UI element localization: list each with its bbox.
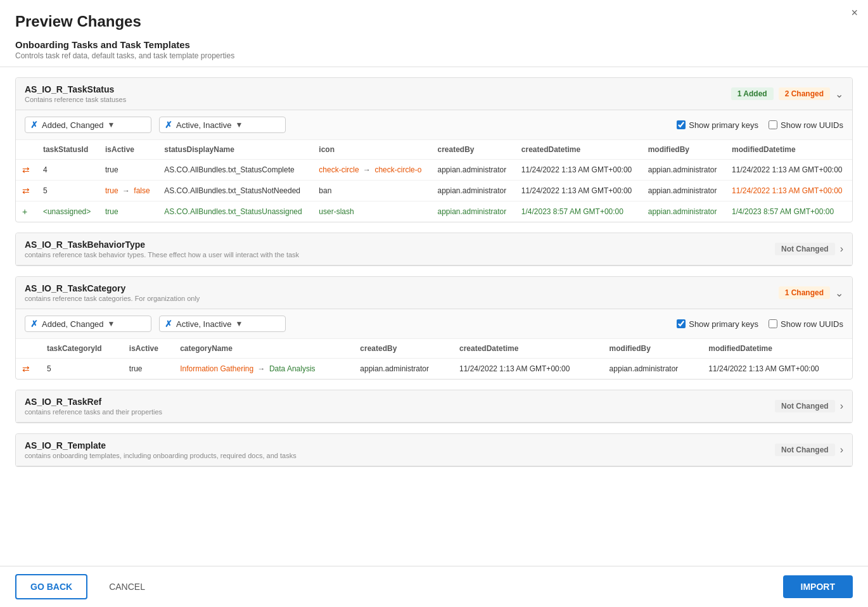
chevron-template[interactable]: › xyxy=(840,444,843,456)
cell-modifiedDatetime: 11/24/2022 1:13 AM GMT+00:00 xyxy=(725,160,852,181)
th-modifiedBy: modifiedBy xyxy=(642,140,725,160)
section-task-behavior-header[interactable]: AS_IO_R_TaskBehaviorType contains refere… xyxy=(16,233,852,265)
section-task-behavior: AS_IO_R_TaskBehaviorType contains refere… xyxy=(15,233,853,266)
close-button[interactable]: × xyxy=(851,6,858,20)
show-row-uuids-label-cat[interactable]: Show row UUIDs xyxy=(769,319,843,329)
cell-statusDisplayName: AS.CO.AllBundles.txt_StatusUnassigned xyxy=(158,201,312,222)
cell-isActive: true → false xyxy=(99,181,158,201)
filter-status-type-value: Added, Changed xyxy=(42,120,104,130)
cell-createdBy-cat: appian.administrator xyxy=(354,359,453,380)
badge-changed-task-status: 2 Changed xyxy=(779,87,830,100)
dropdown-arrow-active-type[interactable]: ▼ xyxy=(235,120,243,129)
clear-filter-status-type[interactable]: ✗ xyxy=(30,120,38,130)
badge-not-changed-task-behavior: Not Changed xyxy=(775,243,835,255)
section-template-header[interactable]: AS_IO_R_Template contains onboarding tem… xyxy=(16,434,852,466)
section-task-category: AS_IO_R_TaskCategory contains reference … xyxy=(15,276,853,380)
content-area: AS_IO_R_TaskStatus Contains reference ta… xyxy=(0,67,868,566)
chevron-task-category[interactable]: ⌄ xyxy=(835,287,843,299)
th-taskStatusId: taskStatusId xyxy=(37,140,99,160)
th-taskCategoryId: taskCategoryId xyxy=(41,339,123,359)
cell-modifiedDatetime: 1/4/2023 8:57 AM GMT+00:00 xyxy=(725,201,852,222)
show-row-uuids-label[interactable]: Show row UUIDs xyxy=(769,120,843,130)
modal-container: × Preview Changes Onboarding Tasks and T… xyxy=(0,0,868,607)
go-back-button[interactable]: GO BACK xyxy=(15,574,87,599)
show-primary-keys-checkbox-cat[interactable] xyxy=(677,319,686,328)
section-task-behavior-desc: contains reference task behavior types. … xyxy=(25,251,299,259)
cell-taskCategoryId: 5 xyxy=(41,359,123,380)
show-primary-keys-label[interactable]: Show primary keys xyxy=(677,120,758,130)
section-task-behavior-title: AS_IO_R_TaskBehaviorType xyxy=(25,240,299,250)
chevron-task-ref[interactable]: › xyxy=(840,400,843,412)
modal-footer: GO BACK CANCEL IMPORT xyxy=(0,566,868,607)
badge-added-task-status: 1 Added xyxy=(731,87,774,100)
cell-modifiedBy-cat: appian.administrator xyxy=(603,359,703,380)
cell-isActive: true xyxy=(99,160,158,181)
cell-modifiedDatetime-cat: 11/24/2022 1:13 AM GMT+00:00 xyxy=(702,359,852,380)
table-row: ⇄ 4 true AS.CO.AllBundles.txt_StatusComp… xyxy=(16,160,852,181)
badge-not-changed-template: Not Changed xyxy=(775,444,835,456)
table-task-status-header-row: taskStatusId isActive statusDisplayName … xyxy=(16,140,852,160)
filter-active-type-value: Active, Inactive xyxy=(176,120,231,130)
import-button[interactable]: IMPORT xyxy=(783,575,853,598)
cell-taskStatusId: 4 xyxy=(37,160,99,181)
cell-createdBy: appian.administrator xyxy=(431,201,514,222)
section-task-category-header[interactable]: AS_IO_R_TaskCategory contains reference … xyxy=(16,277,852,309)
section-task-ref-header[interactable]: AS_IO_R_TaskRef contains reference tasks… xyxy=(16,390,852,423)
th-modifiedDatetime-cat: modifiedDatetime xyxy=(702,339,852,359)
filter-select-category-type[interactable]: ✗ Added, Changed ▼ xyxy=(25,316,151,332)
show-primary-keys-checkbox[interactable] xyxy=(677,120,686,129)
table-row: + <unassigned> true AS.CO.AllBundles.txt… xyxy=(16,201,852,222)
cell-createdBy: appian.administrator xyxy=(431,160,514,181)
cell-icon: ban xyxy=(312,181,431,201)
chevron-task-status[interactable]: ⌄ xyxy=(835,88,843,100)
cell-modifiedBy: appian.administrator xyxy=(642,201,725,222)
section-task-ref: AS_IO_R_TaskRef contains reference tasks… xyxy=(15,390,853,423)
dropdown-arrow-status-type[interactable]: ▼ xyxy=(108,120,115,129)
th-isActive-cat: isActive xyxy=(123,339,174,359)
badge-not-changed-task-ref: Not Changed xyxy=(775,400,835,412)
section-task-ref-title: AS_IO_R_TaskRef xyxy=(25,397,162,407)
badge-changed-task-category: 1 Changed xyxy=(779,286,830,299)
cell-icon: check-circle → check-circle-o xyxy=(312,160,431,181)
cell-taskStatusId: <unassigned> xyxy=(37,201,99,222)
th-icon: icon xyxy=(312,140,431,160)
show-primary-keys-text-cat: Show primary keys xyxy=(689,319,758,329)
cell-modifiedBy: appian.administrator xyxy=(642,181,725,201)
clear-filter-category-active[interactable]: ✗ xyxy=(165,319,172,329)
table-task-status: taskStatusId isActive statusDisplayName … xyxy=(16,140,852,222)
chevron-task-behavior[interactable]: › xyxy=(840,243,843,255)
th-createdDatetime-cat: createdDatetime xyxy=(453,339,603,359)
cell-isActive: true xyxy=(99,201,158,222)
filter-select-status-type[interactable]: ✗ Added, Changed ▼ xyxy=(25,117,151,133)
show-primary-keys-label-cat[interactable]: Show primary keys xyxy=(677,319,758,329)
dropdown-arrow-category-active[interactable]: ▼ xyxy=(235,319,243,328)
dropdown-arrow-category-type[interactable]: ▼ xyxy=(108,319,115,328)
th-createdDatetime: createdDatetime xyxy=(515,140,642,160)
cell-createdDatetime: 1/4/2023 8:57 AM GMT+00:00 xyxy=(515,201,642,222)
clear-filter-category-type[interactable]: ✗ xyxy=(30,319,38,329)
show-row-uuids-checkbox[interactable] xyxy=(769,120,777,129)
cell-categoryName: Information Gathering → Data Analysis xyxy=(174,359,354,380)
table-row: ⇄ 5 true → false AS.CO.AllBundles.txt_St… xyxy=(16,181,852,201)
filter-select-active-type[interactable]: ✗ Active, Inactive ▼ xyxy=(159,117,286,133)
section-template-desc: contains onboarding templates, including… xyxy=(25,452,297,459)
table-task-category-header-row: taskCategoryId isActive categoryName cre… xyxy=(16,339,852,359)
filter-category-active-value: Active, Inactive xyxy=(176,319,231,329)
modal-header: Preview Changes Onboarding Tasks and Tas… xyxy=(0,0,868,67)
modal-title: Preview Changes xyxy=(15,13,853,30)
row-add-icon: + xyxy=(22,207,27,217)
th-isActive: isActive xyxy=(99,140,158,160)
cell-createdDatetime-cat: 11/24/2022 1:13 AM GMT+00:00 xyxy=(453,359,603,380)
cell-modifiedDatetime: 11/24/2022 1:13 AM GMT+00:00 xyxy=(725,181,852,201)
row-change-icon: ⇄ xyxy=(22,186,30,196)
section-task-status-header[interactable]: AS_IO_R_TaskStatus Contains reference ta… xyxy=(16,78,852,110)
show-row-uuids-checkbox-cat[interactable] xyxy=(769,319,777,328)
cancel-button[interactable]: CANCEL xyxy=(95,575,159,598)
cell-createdBy: appian.administrator xyxy=(431,181,514,201)
cell-icon: user-slash xyxy=(312,201,431,222)
clear-filter-active-type[interactable]: ✗ xyxy=(165,120,172,130)
filter-row-task-status: ✗ Added, Changed ▼ ✗ Active, Inactive ▼ … xyxy=(16,110,852,140)
filter-select-category-active[interactable]: ✗ Active, Inactive ▼ xyxy=(159,316,286,332)
th-statusDisplayName: statusDisplayName xyxy=(158,140,312,160)
th-createdBy-cat: createdBy xyxy=(354,339,453,359)
